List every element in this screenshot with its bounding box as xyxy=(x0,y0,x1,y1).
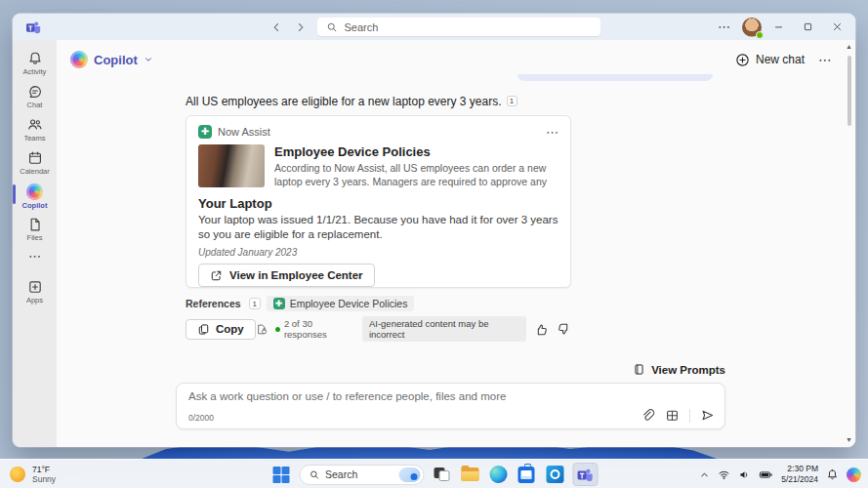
scrollbar[interactable]: ▲ ▼ xyxy=(845,43,853,444)
edge-icon xyxy=(489,466,507,483)
reference-source-pill[interactable]: ✚ Employee Device Policies xyxy=(267,296,415,311)
sidebar-item-apps[interactable]: Apps xyxy=(13,275,57,308)
thumbs-up-button[interactable] xyxy=(534,322,549,337)
responses-status-dot xyxy=(275,327,280,332)
thumbs-down-button[interactable] xyxy=(557,322,571,337)
store-icon xyxy=(518,467,535,483)
close-button[interactable] xyxy=(824,15,849,39)
edge-button[interactable] xyxy=(487,464,509,485)
card-snippet: According to Now Assist, all US employee… xyxy=(274,162,558,189)
card-title[interactable]: Employee Device Policies xyxy=(274,144,558,159)
copy-icon xyxy=(197,323,210,336)
back-button[interactable] xyxy=(269,20,284,35)
message-input[interactable] xyxy=(188,390,608,402)
sidebar-item-activity[interactable]: Activity xyxy=(13,47,57,80)
external-link-icon xyxy=(210,269,223,282)
weather-widget[interactable]: 71°F Sunny xyxy=(10,460,56,488)
char-counter: 0/2000 xyxy=(188,413,214,423)
sidebar-item-chat[interactable]: Chat xyxy=(13,80,57,113)
teams-icon xyxy=(577,467,594,483)
file-icon xyxy=(27,217,43,232)
taskbar-clock[interactable]: 2:30 PM 5/21/2024 xyxy=(781,464,818,484)
taskbar: 71°F Sunny Search xyxy=(0,459,868,488)
titlebar-more-button[interactable]: ⋯ xyxy=(710,20,738,34)
volume-icon[interactable] xyxy=(738,468,751,481)
search-icon xyxy=(326,21,338,33)
responses-count: 2 of 30 responses xyxy=(284,318,354,340)
divider xyxy=(689,409,690,423)
copilot-icon xyxy=(26,183,43,200)
ai-answer-text: All US employees are eligible for a new … xyxy=(186,95,517,108)
app-search-input[interactable]: Search xyxy=(317,18,600,36)
active-indicator xyxy=(13,184,16,204)
outlook-icon xyxy=(546,466,563,483)
references-label: References xyxy=(186,298,241,309)
avatar[interactable] xyxy=(742,18,762,37)
sun-icon xyxy=(10,467,25,482)
app-search-placeholder: Search xyxy=(345,21,379,33)
start-button[interactable] xyxy=(270,464,292,485)
forward-button[interactable] xyxy=(293,20,309,35)
teams-window: Search ⋯ Ac xyxy=(13,14,855,447)
copilot-logo-icon xyxy=(70,51,88,68)
send-icon[interactable] xyxy=(700,408,715,423)
ai-disclaimer-badge: AI-generated content may be incorrect xyxy=(362,316,526,342)
clock-date: 5/21/2024 xyxy=(781,474,818,485)
scroll-up-arrow[interactable]: ▲ xyxy=(846,43,852,51)
outlook-button[interactable] xyxy=(544,464,565,485)
apps-actions-icon[interactable] xyxy=(665,408,680,423)
clock-time: 2:30 PM xyxy=(787,464,818,474)
titlebar: Search ⋯ xyxy=(13,14,855,40)
card-more-button[interactable]: ⋯ xyxy=(546,125,558,140)
page-title: Copilot xyxy=(94,53,138,67)
store-button[interactable] xyxy=(516,464,537,485)
search-icon xyxy=(309,469,319,480)
view-prompts-button[interactable]: View Prompts xyxy=(633,363,725,376)
answer-card: ✚ Now Assist ⋯ Employee Device Policies … xyxy=(186,115,571,288)
task-view-button[interactable] xyxy=(431,464,452,485)
copilot-pane: Copilot New chat ⋯ All US employees are … xyxy=(57,40,855,447)
scroll-thumb[interactable] xyxy=(847,56,851,126)
notification-bell-icon[interactable] xyxy=(826,468,839,481)
copilot-tray-icon[interactable] xyxy=(847,468,861,482)
view-in-employee-center-button[interactable]: View in Employee Center xyxy=(198,264,375,287)
app-rail: Activity Chat Teams Calendar Copi xyxy=(13,40,57,447)
people-icon xyxy=(27,117,43,133)
sidebar-item-calendar[interactable]: Calendar xyxy=(13,146,57,180)
system-tray: 2:30 PM 5/21/2024 xyxy=(699,460,861,488)
sidebar-more-button[interactable]: ⋯ xyxy=(13,246,57,267)
wifi-icon[interactable] xyxy=(718,468,730,481)
copilot-header-button[interactable]: Copilot xyxy=(70,51,153,68)
ellipsis-icon: ⋯ xyxy=(28,252,41,262)
pane-header: Copilot New chat ⋯ xyxy=(70,45,832,74)
attach-icon[interactable] xyxy=(641,408,655,423)
prompt-guide-icon xyxy=(633,363,645,376)
taskbar-search[interactable]: Search xyxy=(299,465,424,485)
pane-more-button[interactable]: ⋯ xyxy=(818,52,832,67)
sidebar-item-copilot[interactable]: Copilot xyxy=(13,180,57,213)
sidebar-item-teams[interactable]: Teams xyxy=(13,113,57,146)
taskbar-search-placeholder: Search xyxy=(325,468,357,480)
now-assist-icon: ✚ xyxy=(273,298,285,309)
new-chat-button[interactable]: New chat xyxy=(735,53,805,67)
file-explorer-button[interactable] xyxy=(459,464,480,485)
minimize-button[interactable] xyxy=(765,15,791,39)
card-source: Now Assist xyxy=(218,126,270,138)
teams-taskbar-button[interactable] xyxy=(572,463,598,486)
task-view-icon xyxy=(434,468,449,481)
teams-logo-icon xyxy=(25,20,41,35)
sidebar-item-files[interactable]: Files xyxy=(13,213,57,246)
new-chat-plus-icon xyxy=(735,53,750,67)
citation-badge[interactable]: 1 xyxy=(507,96,517,106)
card-section-heading: Your Laptop xyxy=(198,196,558,211)
battery-icon[interactable] xyxy=(759,468,773,481)
chevron-down-icon xyxy=(144,55,153,64)
scroll-down-arrow[interactable]: ▼ xyxy=(846,436,852,444)
tray-chevron-up-icon[interactable] xyxy=(699,469,710,480)
copy-button[interactable]: Copy xyxy=(186,319,256,340)
calendar-icon xyxy=(27,150,43,166)
card-section-body: Your laptop was issued 1/1/21. Because y… xyxy=(198,213,558,241)
maximize-button[interactable] xyxy=(795,15,820,39)
apps-plus-icon xyxy=(27,279,43,295)
chat-bubble-icon xyxy=(27,84,43,100)
